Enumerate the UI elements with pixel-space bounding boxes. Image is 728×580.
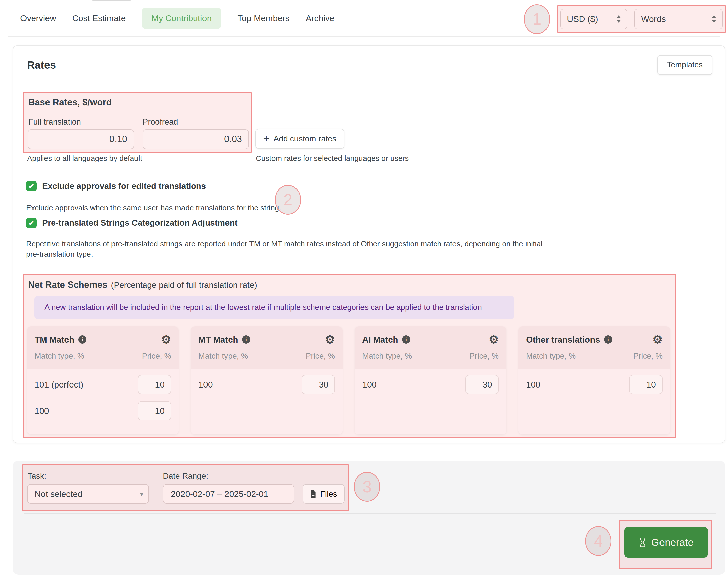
proofread-rate-input[interactable] [142,129,249,149]
ai-match-body: 100 [355,369,506,394]
rates-card: Rates Templates Base Rates, $/word Full … [12,46,726,443]
match-type-column-header: Match type, % [199,352,248,361]
tm-match-body: 101 (perfect) 100 [27,369,179,420]
checkmark-icon: ✔ [28,219,34,227]
pretranslated-adjustment-description: Repetitive translations of pre-translate… [26,239,557,259]
currency-select-value: USD ($) [567,14,598,24]
base-rates-heading: Base Rates, $/word [28,97,112,108]
option-exclude-approvals: ✔ Exclude approvals for edited translati… [26,181,206,192]
annotation-step-2: 2 [275,185,301,215]
tab-top-members[interactable]: Top Members [237,13,289,23]
info-icon[interactable]: i [402,335,410,343]
unit-select-value: Words [641,14,666,24]
footer-divider [24,513,716,514]
price-percent-input[interactable] [138,375,171,394]
files-button-label: Files [320,489,337,499]
full-translation-rate-input[interactable] [28,129,134,149]
currency-select[interactable]: USD ($) [561,8,627,29]
net-rate-schemes-subtitle: (Percentage paid of full translation rat… [111,280,257,290]
base-rates-helper: Applies to all languages by default [27,154,142,163]
cutoff-element-top [92,0,131,1]
generate-button[interactable]: Generate [624,527,708,557]
annotation-step-1: 1 [524,4,550,34]
match-type-value: 100 [526,380,541,389]
tm-match-title: TM Match [35,335,74,344]
highlight-box-generate: Generate [619,520,712,570]
caret-down-icon: ▾ [140,490,143,498]
lowest-rate-info-banner: A new translation will be included in th… [34,296,514,319]
up-down-arrows-icon [616,16,621,23]
gear-icon[interactable]: ⚙ [161,334,171,345]
net-rate-schemes-heading: Net Rate Schemes (Percentage paid of ful… [28,280,257,290]
highlight-box-base-rates: Base Rates, $/word Full translation Proo… [23,92,252,153]
price-percent-input[interactable] [302,375,335,394]
pretranslated-adjustment-label: Pre-translated Strings Categorization Ad… [42,218,238,228]
match-type-column-header: Match type, % [526,352,576,361]
tab-cost-estimate[interactable]: Cost Estimate [72,13,126,23]
templates-button[interactable]: Templates [657,55,712,75]
highlight-box-task-daterange: Task: Date Range: Not selected ▾ 2020-02… [22,464,349,511]
gear-icon[interactable]: ⚙ [489,334,499,345]
pretranslated-adjustment-checkbox[interactable]: ✔ [26,218,37,228]
match-type-column-header: Match type, % [35,352,84,361]
price-column-header: Price, % [306,352,335,361]
unit-select[interactable]: Words [634,8,723,29]
match-rate-row: 101 (perfect) [35,375,171,394]
match-rate-row: 100 [526,375,662,394]
date-range-value: 2020-02-07 – 2025-02-01 [171,489,268,499]
tab-my-contribution[interactable]: My Contribution [142,8,221,29]
generation-settings-card: Task: Date Range: Not selected ▾ 2020-02… [12,461,726,575]
mt-match-body: 100 [191,369,342,394]
other-translations-body: 100 [518,369,670,394]
match-rate-row: 100 [362,375,499,394]
price-column-header: Price, % [470,352,499,361]
gear-icon[interactable]: ⚙ [653,334,662,345]
report-tabs: Overview Cost Estimate My Contribution T… [20,7,334,29]
date-range-input[interactable]: 2020-02-07 – 2025-02-01 [163,484,294,504]
task-select[interactable]: Not selected ▾ [27,484,149,504]
ai-match-card: AI Match i ⚙ Match type, % Price, % 100 [355,326,506,435]
match-rate-row: 100 [199,375,335,394]
up-down-arrows-icon [711,16,716,23]
date-range-label: Date Range: [163,471,208,481]
price-percent-input[interactable] [138,401,171,420]
rates-title: Rates [27,59,56,71]
tab-archive[interactable]: Archive [306,13,334,23]
annotation-step-4: 4 [585,526,612,556]
task-select-value: Not selected [35,489,82,499]
add-custom-rates-label: Add custom rates [274,134,336,143]
other-translations-header: Other translations i ⚙ Match type, % Pri… [518,326,670,369]
generate-button-label: Generate [651,537,694,548]
highlight-box-selectors: USD ($) Words [557,5,726,33]
ai-match-title: AI Match [362,335,398,344]
annotation-step-3: 3 [354,472,380,502]
option-pretranslated-adjustment: ✔ Pre-translated Strings Categorization … [26,218,238,228]
full-translation-label: Full translation [28,117,81,127]
tm-match-header: TM Match i ⚙ Match type, % Price, % [27,326,179,369]
ai-match-header: AI Match i ⚙ Match type, % Price, % [355,326,506,369]
match-type-value: 100 [35,406,49,416]
tab-overview[interactable]: Overview [20,13,56,23]
task-label: Task: [28,471,47,481]
mt-match-header: MT Match i ⚙ Match type, % Price, % [191,326,342,369]
exclude-approvals-label: Exclude approvals for edited translation… [42,182,206,191]
add-custom-rates-button[interactable]: + Add custom rates [255,129,344,148]
info-icon[interactable]: i [604,335,612,343]
exclude-approvals-description: Exclude approvals when the same user has… [26,202,281,213]
match-rate-row: 100 [35,401,171,420]
net-rate-schemes-title: Net Rate Schemes [28,280,107,290]
match-type-value: 100 [199,380,213,389]
highlight-box-net-rate-schemes: Net Rate Schemes (Percentage paid of ful… [23,274,676,438]
price-percent-input[interactable] [465,375,499,394]
price-percent-input[interactable] [629,375,662,394]
files-button[interactable]: Files [303,484,344,504]
proofread-label: Proofread [142,117,178,127]
gear-icon[interactable]: ⚙ [325,334,335,345]
tm-match-card: TM Match i ⚙ Match type, % Price, % 101 … [27,326,179,435]
price-column-header: Price, % [633,352,662,361]
info-icon[interactable]: i [78,335,86,343]
hourglass-icon [639,537,646,547]
info-icon[interactable]: i [242,335,250,343]
other-translations-title: Other translations [526,335,600,344]
exclude-approvals-checkbox[interactable]: ✔ [26,181,37,192]
